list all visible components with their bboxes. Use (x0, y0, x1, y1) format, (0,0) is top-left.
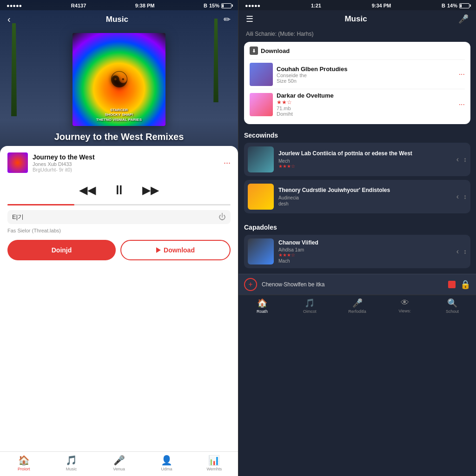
secowinds-section: Secowinds Jourlew Lab Contiicia of pottn… (238, 127, 476, 219)
right-bluetooth: B (442, 3, 445, 8)
right-battery-pct: 14% (447, 3, 457, 8)
download-title: Download (261, 47, 290, 54)
left-status-right: B 15% (204, 3, 231, 8)
source-label: Fas Sielor (Threat.labs) (7, 228, 231, 233)
dl-stars-2: ★★☆ (277, 99, 455, 106)
mini-add-button[interactable]: + (244, 278, 257, 291)
edit-icon[interactable]: ✏ (224, 14, 231, 25)
left-battery-fill (222, 4, 224, 7)
forward-button[interactable]: ▶▶ (142, 184, 159, 197)
right-tab-roath-label: Roath (257, 309, 268, 314)
right-time: 9:34 PM (372, 3, 391, 8)
si-sub-2: Audinecia (278, 195, 452, 200)
left-phone: ●●●●● R4137 9:38 PM B 15% ‹ Music ✏ ☯ ST… (0, 0, 238, 476)
secowinds-item-2[interactable]: Thenory Cudrstlie Jouiwhyour' Endistoles… (244, 180, 470, 213)
progress-fill (7, 204, 74, 205)
si-name-1: Jourlew Lab Contiicia of pottnla or edes… (278, 150, 452, 158)
pause-button[interactable]: ⏸ (112, 182, 126, 198)
home-icon: 🏠 (18, 455, 30, 466)
mini-lock-icon: 🔒 (460, 279, 470, 290)
right-views-icon: 👁 (401, 298, 409, 308)
si-info-3: Chanow Viified Aihdlsa 1am ★★★☆ Mach (278, 239, 452, 264)
dl-size-2: 71.mb (277, 106, 455, 111)
right-home-icon: 🏠 (257, 298, 267, 308)
progress-track (7, 204, 231, 205)
si-sort-3: ↕ (463, 248, 467, 255)
right-tab-rerfoditla-label: Rerfoditla (348, 309, 366, 314)
dl-thumb-img-1 (250, 63, 273, 86)
right-mic-icon[interactable]: 🎤 (458, 14, 469, 24)
dl-more-1[interactable]: ··· (459, 70, 465, 79)
si-arrow-2: ‹ (456, 192, 459, 201)
left-tab-bar: 🏠 Proiort 🎵 Music 🎤 Venua 👤 Udma 📊 Wemht… (0, 451, 238, 476)
si-sub-3: Aihdlsa 1am (278, 247, 452, 252)
back-button[interactable]: ‹ (7, 14, 11, 25)
si-sub2-3: Mach (278, 258, 452, 264)
mini-stop-button[interactable] (448, 281, 456, 288)
dl-name-2: Darkar de Oveltume (277, 92, 455, 99)
right-search-icon: 🔍 (447, 298, 457, 308)
right-tab-views[interactable]: 👁 Views: (381, 298, 429, 314)
secowinds-item-1[interactable]: Jourlew Lab Contiicia of pottnla or edes… (244, 143, 470, 176)
dl-thumb-2 (250, 93, 273, 116)
right-tab-roath[interactable]: 🏠 Roath (238, 298, 286, 314)
secowinds-title: Secowinds (244, 132, 470, 139)
track-more-button[interactable]: ··· (224, 158, 231, 168)
download-header: ⬇ Download (250, 46, 465, 55)
right-music-icon: 🎵 (304, 298, 315, 308)
download-label: Download (164, 246, 195, 254)
right-tab-rerfoditla[interactable]: 🎤 Rerfoditla (333, 298, 381, 314)
capadoles-title: Capadoles (244, 224, 470, 231)
si-sub-1: Mech (278, 159, 452, 164)
right-tab-oimcot[interactable]: 🎵 Oimcot (286, 298, 333, 314)
download-button[interactable]: Download (120, 240, 231, 260)
user-icon: 👤 (161, 455, 172, 466)
menu-icon[interactable]: ☰ (246, 14, 253, 24)
capadoles-item-1[interactable]: Chanow Viified Aihdlsa 1am ★★★☆ Mach ‹ ↕ (244, 235, 470, 268)
mini-player-title: Chenow·Showlfen be itka (262, 281, 443, 288)
right-signal: ●●●●● (245, 3, 260, 8)
player-card: Journey to the West Jones Xub DI433 BrgU… (0, 146, 238, 451)
right-tab-oimcot-label: Oimcot (303, 309, 317, 314)
left-battery-icon (221, 3, 231, 8)
dl-name-1: Couhah Glben Protudies (277, 66, 455, 73)
si-meta-2: desh (278, 201, 452, 206)
si-name-3: Chanow Viified (278, 239, 452, 247)
mic-icon: 🎤 (113, 455, 125, 466)
si-stars-3: ★★★☆ (278, 252, 452, 258)
tab-wemhts-label: Wemhts (206, 467, 222, 471)
tab-udma[interactable]: 👤 Udma (143, 455, 190, 471)
dl-more-2[interactable]: ··· (459, 100, 465, 109)
tab-wemhts[interactable]: 📊 Wemhts (191, 455, 238, 471)
chart-icon: 📊 (208, 455, 220, 466)
tab-proiort-label: Proiort (18, 467, 30, 471)
si-name-2: Thenory Cudrstlie Jouiwhyour' Endistoles (278, 187, 452, 194)
power-icon[interactable]: ⏻ (218, 213, 226, 221)
si-arrow-3: ‹ (456, 247, 459, 256)
tab-proiort[interactable]: 🏠 Proiort (0, 455, 47, 471)
album-art: ☯ STARCERSHOCKY SHAP!THETNO VISNIAL PARI… (73, 33, 165, 126)
si-sort-1: ↕ (463, 156, 467, 163)
progress-bar[interactable] (7, 204, 231, 205)
search-input[interactable] (12, 214, 218, 221)
right-tab-schout[interactable]: 🔍 Schout (429, 298, 476, 314)
left-nav: ‹ Music ✏ (0, 10, 238, 28)
tab-venua-label: Venua (113, 467, 125, 471)
right-battery-icon (459, 3, 469, 8)
right-nav: ☰ Music 🎤 (238, 10, 476, 28)
right-nav-title: Music (344, 14, 367, 24)
download-card: ⬇ Download Couhah Glben Protudies Consei… (244, 42, 470, 124)
si-info-1: Jourlew Lab Contiicia of pottnla or edes… (278, 150, 452, 169)
tab-venua[interactable]: 🎤 Venua (95, 455, 143, 471)
primary-action-button[interactable]: Doinjd (7, 240, 116, 260)
album-title-section: Journey to the West Remixes (7, 132, 231, 142)
left-battery-pct: 15% (209, 3, 219, 8)
track-meta: BrgUdurht- 9r it0) (33, 167, 219, 172)
left-carrier: R4137 (71, 3, 86, 8)
right-tab-bar: 🏠 Roath 🎵 Oimcot 🎤 Rerfoditla 👁 Views: 🔍… (238, 295, 476, 318)
mini-player: + Chenow·Showlfen be itka 🔒 (238, 274, 476, 295)
rewind-button[interactable]: ◀◀ (79, 184, 96, 197)
download-icon: ⬇ (250, 46, 258, 55)
right-carrier: 1:21 (311, 3, 321, 8)
tab-music[interactable]: 🎵 Music (47, 455, 95, 471)
